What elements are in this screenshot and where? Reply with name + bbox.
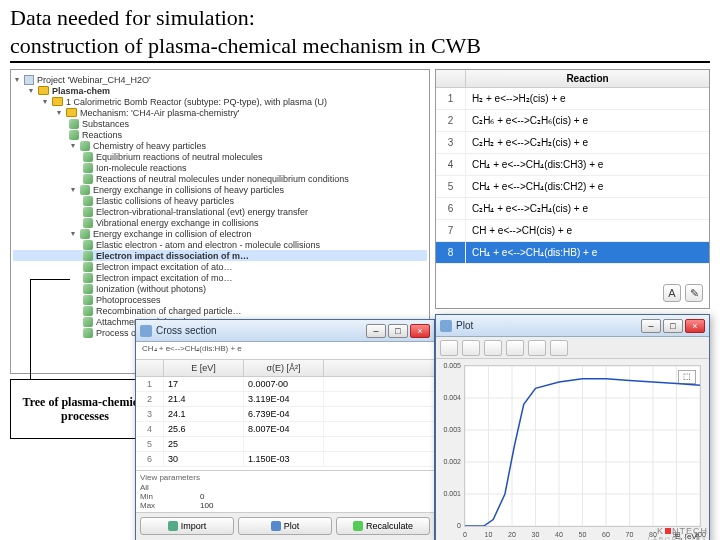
cs-data-table[interactable]: E [eV] σ(E) [Å²] 1170.0007·00221.43.119E… (136, 360, 434, 470)
reaction-row[interactable]: 4CH₄ + e<-->CH₄(dis:CH3) + e (436, 154, 709, 176)
tree-leaf[interactable]: Vibrational energy exchange in collision… (13, 217, 427, 228)
cs-param-val[interactable]: 100 (200, 501, 213, 510)
tree-root[interactable]: ▾Project 'Webinar_CH4_H2O' (13, 74, 427, 85)
tree-label: Vibrational energy exchange in collision… (96, 218, 258, 228)
reaction-row[interactable]: 8CH₄ + e<-->CH₄(dis:HB) + e (436, 242, 709, 264)
tree-label: Energy exchange in collision of electron (93, 229, 252, 239)
cs-param-val[interactable]: 0 (200, 492, 204, 501)
y-tick: 0.002 (439, 458, 461, 465)
tree-label: Equilibrium reactions of neutral molecul… (96, 152, 263, 162)
maximize-button[interactable]: □ (388, 324, 408, 338)
window-titlebar[interactable]: Plot – □ × (436, 315, 709, 337)
plot-window: Plot – □ × ⬚ 00.0010.0020.0030.0040.0050… (435, 314, 710, 540)
y-tick: 0.005 (439, 362, 461, 369)
group-icon (80, 185, 90, 195)
minimize-button[interactable]: – (641, 319, 661, 333)
tree-leaf[interactable]: Electron-vibrational-translational (evt)… (13, 206, 427, 217)
reaction-row[interactable]: 3C₂H₂ + e<-->C₂H₂(cis) + e (436, 132, 709, 154)
cs-row[interactable]: 324.16.739E-04 (136, 407, 434, 422)
cs-param-key: All (140, 483, 180, 492)
x-tick: 40 (555, 531, 563, 538)
cs-row[interactable]: 425.68.007E-04 (136, 422, 434, 437)
plot-toolbar (436, 337, 709, 359)
tree-leaf-selected[interactable]: Electron impact dissociation of m… (13, 250, 427, 261)
window-icon (440, 320, 452, 332)
tree-label: Energy exchange in collisions of heavy p… (93, 185, 284, 195)
tree-item[interactable]: ▾Plasma-chem (13, 85, 427, 96)
reaction-row[interactable]: 5CH₄ + e<-->CH₄(dis:CH2) + e (436, 176, 709, 198)
zoom-out-button[interactable] (462, 340, 480, 356)
tree-item[interactable]: ▾Mechanism: 'CH4-Air plasma-chemistry' (13, 107, 427, 118)
cs-row[interactable]: 221.43.119E-04 (136, 392, 434, 407)
reaction-row[interactable]: 7CH + e<-->CH(cis) + e (436, 220, 709, 242)
reaction-A-button[interactable]: A (663, 284, 681, 302)
tree-item[interactable]: ▾1 Calorimetric Bomb Reactor (subtype: P… (13, 96, 427, 107)
tree-label: 1 Calorimetric Bomb Reactor (subtype: PQ… (66, 97, 327, 107)
cs-row[interactable]: 1170.0007·00 (136, 377, 434, 392)
reaction-icon (83, 317, 93, 327)
export-button[interactable] (550, 340, 568, 356)
reaction-row[interactable]: 1H₂ + e<-->H₂(cis) + e (436, 88, 709, 110)
x-tick: 10 (485, 531, 493, 538)
cs-param-key: Max (140, 501, 180, 510)
slide-body: ▾Project 'Webinar_CH4_H2O' ▾Plasma-chem … (10, 69, 710, 529)
tree-label: Ionization (without photons) (96, 284, 206, 294)
reaction-icon (83, 284, 93, 294)
y-tick: 0.001 (439, 490, 461, 497)
tree-leaf[interactable]: Photoprocesses (13, 294, 427, 305)
cs-row[interactable]: 6301.150E-03 (136, 452, 434, 467)
chevron-down-icon: ▾ (13, 75, 21, 84)
tree-label: Elastic collisions of heavy particles (96, 196, 234, 206)
tree-leaf[interactable]: Electron impact excitation of mo… (13, 272, 427, 283)
reaction-icon (83, 306, 93, 316)
grid-button[interactable] (528, 340, 546, 356)
reaction-icon (83, 207, 93, 217)
maximize-button[interactable]: □ (663, 319, 683, 333)
tree-label: Electron impact excitation of mo… (96, 273, 233, 283)
reactions-icon (69, 130, 79, 140)
tree-label: Elastic electron - atom and electron - m… (96, 240, 320, 250)
close-button[interactable]: × (685, 319, 705, 333)
reaction-icon (83, 273, 93, 283)
minimize-button[interactable]: – (366, 324, 386, 338)
zoom-in-button[interactable] (440, 340, 458, 356)
reaction-icon (83, 174, 93, 184)
tree-leaf[interactable]: Elastic collisions of heavy particles (13, 195, 427, 206)
window-titlebar[interactable]: Cross section – □ × (136, 320, 434, 342)
x-tick: 50 (579, 531, 587, 538)
tree-leaf[interactable]: Reactions (13, 129, 427, 140)
tree-group[interactable]: ▾Energy exchange in collisions of heavy … (13, 184, 427, 195)
plot-canvas[interactable]: ⬚ 00.0010.0020.0030.0040.005010203040506… (464, 365, 701, 527)
tree-leaf[interactable]: Ion-molecule reactions (13, 162, 427, 173)
btn-label: Recalculate (366, 521, 413, 531)
reaction-row[interactable]: 2C₂H₆ + e<-->C₂H₆(cis) + e (436, 110, 709, 132)
tree-leaf[interactable]: Recombination of charged particle… (13, 305, 427, 316)
x-tick: 0 (463, 531, 467, 538)
chevron-down-icon: ▾ (69, 141, 77, 150)
reaction-list-panel: Reaction 1H₂ + e<-->H₂(cis) + e2C₂H₆ + e… (435, 69, 710, 309)
reaction-icon (83, 163, 93, 173)
x-tick: 30 (532, 531, 540, 538)
tree-leaf[interactable]: Substances (13, 118, 427, 129)
cs-col-S: σ(E) [Å²] (244, 360, 324, 376)
tree-leaf[interactable]: Electron impact excitation of ato… (13, 261, 427, 272)
cs-row[interactable]: 525 (136, 437, 434, 452)
pan-button[interactable] (506, 340, 524, 356)
plot-button[interactable]: Plot (238, 517, 332, 535)
tree-leaf[interactable]: Equilibrium reactions of neutral molecul… (13, 151, 427, 162)
window-icon (140, 325, 152, 337)
tree-group[interactable]: ▾Chemistry of heavy particles (13, 140, 427, 151)
tree-leaf[interactable]: Ionization (without photons) (13, 283, 427, 294)
btn-label: Plot (284, 521, 300, 531)
import-button[interactable]: Import (140, 517, 234, 535)
zoom-fit-button[interactable] (484, 340, 502, 356)
reaction-edit-button[interactable]: ✎ (685, 284, 703, 302)
tree-leaf[interactable]: Reactions of neutral molecules under non… (13, 173, 427, 184)
y-tick: 0.003 (439, 426, 461, 433)
close-button[interactable]: × (410, 324, 430, 338)
recalc-button[interactable]: Recalculate (336, 517, 430, 535)
kintech-logo: KNTECH LABORATORY (657, 526, 708, 536)
reaction-row[interactable]: 6C₂H₄ + e<-->C₂H₄(cis) + e (436, 198, 709, 220)
tree-group[interactable]: ▾Energy exchange in collision of electro… (13, 228, 427, 239)
tree-leaf[interactable]: Elastic electron - atom and electron - m… (13, 239, 427, 250)
